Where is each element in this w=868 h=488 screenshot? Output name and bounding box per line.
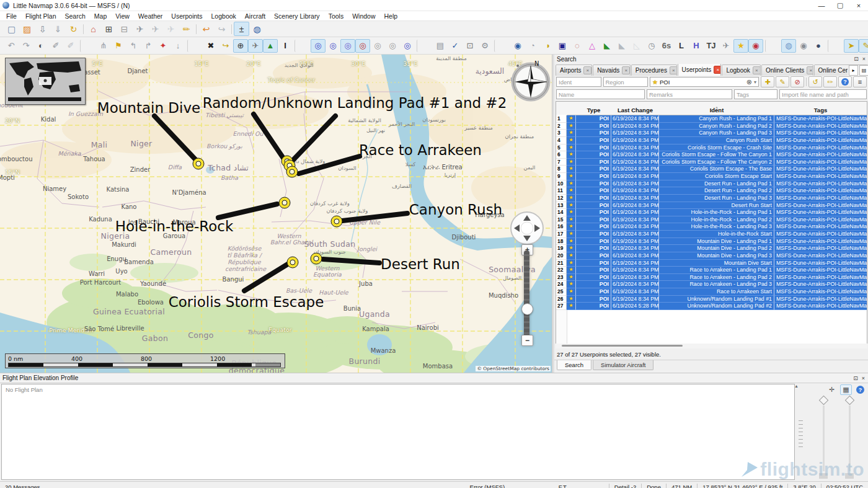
- toolbar-icon[interactable]: [80, 40, 94, 52]
- reset-search-icon[interactable]: ↺: [808, 76, 822, 87]
- traffic-pattern-icon[interactable]: ⋔: [96, 39, 111, 53]
- float-dock-icon[interactable]: ⊡: [853, 375, 858, 381]
- menu-item[interactable]: File: [2, 12, 21, 20]
- column-header-last-change[interactable]: Last Change: [611, 107, 659, 115]
- maximize-button[interactable]: ▢: [831, 0, 849, 11]
- map-back-icon[interactable]: ↶: [4, 39, 19, 53]
- region-input[interactable]: [603, 77, 649, 87]
- show-poi-icon[interactable]: ◉: [748, 39, 763, 53]
- aircraft-trail-icon[interactable]: ✈: [148, 22, 163, 36]
- tab-scroll-right-icon[interactable]: ▸: [849, 65, 858, 76]
- map-home-icon[interactable]: ⌂: [86, 22, 101, 36]
- search-menu-icon[interactable]: ≡: [853, 76, 867, 87]
- menu-item[interactable]: Userpoints: [167, 12, 206, 20]
- menu-item[interactable]: Search: [61, 12, 90, 20]
- magic-adjust-icon[interactable]: ✦: [156, 39, 170, 53]
- show-userpoints-icon[interactable]: ★: [733, 39, 748, 53]
- fit-flightplan-icon[interactable]: ✖: [203, 39, 218, 53]
- ils-gray-icon[interactable]: ◣: [614, 39, 629, 53]
- table-row[interactable]: 13 ★ POI 6/19/2024 8:34 PM Desert Run St…: [556, 202, 867, 210]
- map-pan-control[interactable]: [510, 211, 544, 246]
- show-route-icon[interactable]: ↪: [218, 39, 233, 53]
- oceanic-tracks-icon[interactable]: TJ: [704, 39, 719, 53]
- undo-icon[interactable]: ↩: [198, 22, 214, 36]
- type-combobox[interactable]: ★ POI ⊗ ▾: [650, 77, 759, 87]
- help-icon[interactable]: ?: [855, 385, 866, 394]
- aircraft-trail-toggle-icon[interactable]: ✈: [719, 39, 733, 53]
- show-other-airspace-icon[interactable]: ◎: [385, 39, 400, 53]
- delete-aircraft-trail-icon[interactable]: ✈: [163, 22, 179, 36]
- float-dock-icon[interactable]: ⊡: [854, 56, 859, 62]
- save-flightplan-icon[interactable]: ⇩: [35, 22, 50, 36]
- menu-item[interactable]: Flight Plan: [21, 12, 61, 20]
- table-row[interactable]: 11 ★ POI 6/19/2024 8:34 PM Desert Run - …: [556, 187, 867, 195]
- tags-input[interactable]: [734, 89, 777, 99]
- menu-item[interactable]: Scenery Library: [270, 12, 324, 20]
- name-input[interactable]: [556, 89, 645, 99]
- toolbar-icon[interactable]: [417, 40, 431, 52]
- close-dock-icon[interactable]: ×: [862, 375, 865, 381]
- menu-item[interactable]: Help: [380, 12, 402, 20]
- add-userpoint-icon[interactable]: ✚: [761, 76, 774, 87]
- show-aircraft-icon[interactable]: ✈: [132, 22, 148, 36]
- show-vortac-icon[interactable]: ◎: [326, 39, 340, 53]
- table-row[interactable]: 18 ★ POI 6/19/2024 8:34 PM Mountain Dive…: [556, 238, 867, 246]
- navdatabase-icon[interactable]: ✓: [448, 39, 463, 53]
- table-row[interactable]: 23 ★ POI 6/19/2024 8:34 PM Race to Arrak…: [556, 274, 867, 282]
- scenery-database-icon[interactable]: ▤: [433, 39, 448, 53]
- dock-bottom-tab[interactable]: Simulator Aircraft: [593, 360, 653, 370]
- column-header-type[interactable]: Type: [576, 107, 611, 115]
- table-row[interactable]: 24 ★ POI 6/19/2024 8:34 PM Race to Arrak…: [556, 281, 867, 288]
- import-path-input[interactable]: [779, 89, 867, 99]
- ndb-icon[interactable]: ◌: [570, 39, 585, 53]
- holding-clock-icon[interactable]: ◷: [644, 39, 659, 53]
- tab-close-icon[interactable]: ×: [714, 66, 721, 74]
- vor-box-icon[interactable]: ▣: [555, 39, 570, 53]
- remove-highlights-icon[interactable]: ✏: [179, 22, 194, 36]
- menu-item[interactable]: Aircraft: [241, 12, 270, 20]
- toolbar-icon[interactable]: [196, 24, 197, 34]
- new-flightplan-icon[interactable]: ▢: [4, 22, 19, 36]
- logbook-edit-icon[interactable]: ✎: [859, 39, 868, 53]
- search-tab[interactable]: Navaids ×: [593, 64, 631, 76]
- high-airways-icon[interactable]: H: [689, 39, 704, 53]
- close-dock-icon[interactable]: ×: [862, 56, 866, 62]
- route-append-alt-icon[interactable]: ↱: [141, 39, 156, 53]
- overview-map[interactable]: [5, 58, 86, 105]
- minimize-button[interactable]: —: [812, 0, 831, 11]
- save-flightplan-as-icon[interactable]: ⇓: [50, 22, 66, 36]
- sun-shading-icon[interactable]: ◉: [796, 39, 811, 53]
- table-row[interactable]: 7 ★ POI 6/19/2024 8:34 PM Coriolis Storm…: [556, 159, 867, 166]
- low-airways-icon[interactable]: L: [674, 39, 689, 53]
- toolbar-icon[interactable]: [494, 40, 508, 52]
- map-world-icon[interactable]: ◐: [33, 39, 48, 53]
- table-row[interactable]: 8 ★ POI 6/19/2024 8:34 PM Coriolis Storm…: [556, 166, 867, 173]
- profile-zoom-ruler[interactable]: [799, 420, 803, 450]
- show-missed-approach-icon[interactable]: ✈: [248, 39, 263, 53]
- table-horizontal-scrollbar[interactable]: [556, 344, 867, 348]
- search-tab[interactable]: Airports ×: [556, 64, 592, 76]
- measure-line-alt-icon[interactable]: ✐: [63, 39, 78, 53]
- menu-item[interactable]: Map: [90, 12, 111, 20]
- zoom-out-button[interactable]: −: [521, 335, 533, 346]
- table-row[interactable]: 12 ★ POI 6/19/2024 8:34 PM Desert Run - …: [556, 195, 867, 202]
- clear-search-icon[interactable]: ✏: [823, 76, 837, 87]
- toolbar-icon[interactable]: [187, 40, 202, 52]
- elevation-profile-canvas[interactable]: No Flight Plan: [1, 384, 795, 480]
- measure-line-icon[interactable]: ✐: [48, 39, 63, 53]
- edit-userpoint-icon[interactable]: ✎: [776, 76, 789, 87]
- map-canvas[interactable]: 5°E15°E20°E25°E30°E35°E45°E20°N15°NTropi…: [0, 55, 552, 373]
- night-globe-icon[interactable]: ●: [811, 39, 826, 53]
- menu-item[interactable]: Tools: [324, 12, 348, 20]
- show-map-labels-icon[interactable]: I: [278, 39, 293, 53]
- table-row[interactable]: 9 ★ POI 6/19/2024 8:34 PM Coriolis Storm…: [556, 173, 867, 180]
- column-header-ident[interactable]: ^Ident: [659, 107, 774, 115]
- online-network-icon[interactable]: ◍: [781, 39, 796, 53]
- expand-profile-icon[interactable]: ✛: [826, 385, 837, 394]
- table-row[interactable]: 25 ★ POI 6/19/2024 8:34 PM Race to Arrak…: [556, 288, 867, 296]
- toolbar-icon[interactable]: [765, 40, 779, 52]
- zoom-plus-minus-icon[interactable]: ±: [234, 22, 249, 36]
- tab-close-icon[interactable]: ×: [583, 66, 591, 74]
- toolbar-icon[interactable]: [294, 40, 309, 52]
- menu-item[interactable]: View: [111, 12, 134, 20]
